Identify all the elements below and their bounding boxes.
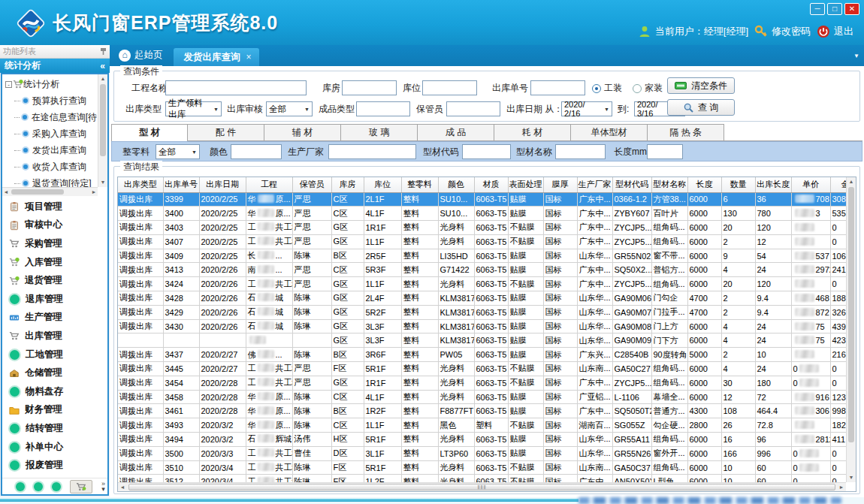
grid-horizontal-scrollbar[interactable]: ◄ ⦀⦀⦀ ►	[118, 482, 846, 491]
grid-column-header[interactable]: 库房	[331, 177, 364, 192]
grid-column-header[interactable]: 型材代码	[612, 177, 651, 192]
audit-select[interactable]: 全部▼	[266, 101, 313, 116]
tree-root-statistics[interactable]: - 统计分析	[4, 76, 97, 92]
table-row[interactable]: 调拨出库34282020/2/26石城陈琳G区2L4F整料KLM38176063…	[118, 291, 846, 306]
table-row[interactable]: G区3L3F整料KLM38176063-T5贴膜国标山东华...GA90M09.…	[118, 333, 846, 348]
grid-column-header[interactable]: 长度	[687, 177, 721, 192]
material-tab-5[interactable]: 成 品	[418, 124, 494, 140]
keeper-input[interactable]	[446, 101, 500, 116]
tree-item[interactable]: 预算执行查询	[4, 92, 97, 109]
manufacturer-input[interactable]	[328, 144, 416, 159]
tab-home[interactable]: ⌂ 起始页	[110, 49, 174, 66]
table-row[interactable]: 调拨出库34542020/2/28工共工程严思G区1R1F整料光身料6063-T…	[118, 376, 846, 390]
table-row[interactable]: 调拨出库34582020/2/28华原...陈琳C区4L1F整料光身料6063-…	[118, 390, 846, 404]
radio-gongzhuang[interactable]: 工装	[592, 82, 622, 95]
table-row[interactable]: 调拨出库34302020/2/26石城陈琳G区3L3F整料KLM38176063…	[118, 319, 846, 333]
material-tab-4[interactable]: 玻 璃	[341, 124, 418, 140]
scroll-down-arrow[interactable]: ▼	[847, 473, 856, 482]
sidebar-module-报废管理[interactable]: 报废管理	[2, 456, 107, 475]
sidebar-module-生产管理[interactable]: 生产管理	[2, 309, 107, 327]
table-row[interactable]: 调拨出库34612020/2/28华原...陈琳B区1R2F整料F8877FT6…	[118, 404, 846, 418]
table-row[interactable]: 调拨出库34242020/2/26工共工程严思G区1L1F整料光身料6063-T…	[118, 277, 846, 291]
tab-close-icon[interactable]: ×	[246, 52, 252, 62]
material-tab-3[interactable]: 辅 材	[264, 124, 341, 140]
date-from-picker[interactable]: 2020/ 2/16▼	[561, 101, 612, 116]
sidebar-module-审核中心[interactable]: 审核中心	[2, 216, 107, 235]
sidebar-module-财务管理[interactable]: 财务管理	[2, 401, 107, 420]
sidebar-module-仓储管理[interactable]: 仓储管理	[2, 364, 107, 382]
table-row[interactable]: 调拨出库35102020/3/4工共工程陈琳F区5R1F整料光身料6063-T5…	[118, 460, 846, 475]
tab-shipment-query[interactable]: 发货出库查询 ×	[174, 48, 259, 66]
overflow-chevron[interactable]: »▾	[101, 481, 105, 492]
material-tab-6[interactable]: 耗 材	[494, 124, 571, 140]
sidebar-module-结转管理[interactable]: 结转管理	[2, 419, 107, 438]
search-button[interactable]: 查 询	[667, 99, 735, 116]
grid-column-header[interactable]: 材质	[474, 177, 508, 192]
table-row[interactable]: 调拨出库34452020/2/27工共工程严思F区5R1F整料光身料6063-T…	[118, 362, 846, 376]
location-input[interactable]	[422, 80, 477, 95]
table-row[interactable]: 调拨出库34932020/3/2华原...陈琳C区1L1F整料黑色塑料不贴膜国标…	[118, 418, 846, 433]
module-dot-button[interactable]	[34, 482, 43, 491]
sidebar-module-出库管理[interactable]: 出库管理	[2, 327, 107, 346]
material-tab-8[interactable]: 隔 热 条	[648, 124, 724, 140]
tree-horizontal-scrollbar[interactable]: ◄ ►	[2, 187, 98, 196]
cart-quick-button[interactable]	[70, 480, 92, 493]
table-row[interactable]: 调拨出库34942020/3/2石辉城汤伟H区5R1F整料光身料6063-T5贴…	[118, 433, 846, 447]
grid-column-header[interactable]: 膜厚	[543, 177, 577, 192]
table-row[interactable]: 调拨出库35002020/3/3工共工程曹佳D区3L1F整料LT3P606063…	[118, 446, 846, 460]
table-row[interactable]: 调拨出库34002020/2/25华原...严思C区4L1F整料SU10...6…	[118, 207, 846, 221]
tree-item[interactable]: 收货入库查询	[4, 158, 97, 175]
grid-column-header[interactable]: 单价	[791, 177, 830, 192]
grid-column-header[interactable]: 出库单号	[163, 177, 199, 192]
sidebar-module-补单中心[interactable]: 补单中心	[2, 438, 107, 457]
whole-part-select[interactable]: 全部▼	[156, 144, 200, 159]
tree-item[interactable]: 发货出库查询	[4, 142, 97, 158]
profile-code-input[interactable]	[462, 144, 511, 159]
profile-name-input[interactable]	[555, 144, 606, 159]
scroll-left-arrow[interactable]: ◄	[118, 483, 127, 492]
scroll-down-arrow[interactable]: ▼	[98, 178, 107, 187]
minimize-button[interactable]: ─	[810, 3, 825, 15]
scroll-right-arrow[interactable]: ►	[837, 483, 846, 492]
module-dot-button[interactable]	[16, 482, 25, 491]
sidebar-module-物料盘存[interactable]: 物料盘存	[2, 382, 107, 401]
sidebar-module-项目管理[interactable]: 项目管理	[2, 198, 107, 216]
table-row[interactable]: 调拨出库34092020/2/25长...陈琳B区2R5F整料LI35HD606…	[118, 249, 846, 263]
order-no-input[interactable]	[530, 80, 585, 95]
table-row[interactable]: 调拨出库34032020/2/25工共工程严思G区1R1F整料光身料6063-T…	[118, 221, 846, 235]
tab-list-dropdown-icon[interactable]: ▼	[853, 53, 859, 59]
scroll-left-arrow[interactable]: ◄	[2, 188, 10, 196]
change-password-button[interactable]: 修改密码	[754, 25, 811, 38]
grid-column-header[interactable]: 保管员	[292, 177, 331, 192]
table-row[interactable]: 调拨出库33992020/2/25华原...严思C区2L1F整料SU10...6…	[118, 192, 846, 207]
pin-icon[interactable]	[100, 47, 107, 56]
product-type-input[interactable]	[356, 101, 410, 116]
grid-column-header[interactable]: 出库长度	[755, 177, 791, 192]
maximize-button[interactable]: □	[827, 3, 842, 15]
module-dot-button[interactable]	[52, 482, 61, 491]
tree-vertical-scrollbar[interactable]: ▲ ▼	[98, 74, 107, 187]
tree-item[interactable]: 在途信息查询[待	[4, 109, 97, 125]
logout-button[interactable]: 退出	[817, 25, 853, 38]
warehouse-input[interactable]	[342, 80, 397, 95]
material-tab-7[interactable]: 单体型材	[571, 124, 648, 140]
grid-vertical-scrollbar[interactable]: ▲ ▼	[846, 177, 856, 482]
grid-column-header[interactable]: 型材名称	[651, 177, 687, 192]
collapse-icon[interactable]: «	[100, 61, 105, 71]
statistics-section-header[interactable]: 统计分析 «	[0, 59, 110, 73]
material-tab-1[interactable]: 型 材	[111, 124, 188, 140]
radio-jiazhuang[interactable]: 家装	[633, 82, 663, 95]
length-input[interactable]	[647, 144, 683, 159]
grid-column-header[interactable]: 库位	[364, 177, 401, 192]
grid-column-header[interactable]: 出库类型	[118, 177, 163, 192]
grid-column-header[interactable]: 出库日期	[199, 177, 246, 192]
sidebar-module-采购管理[interactable]: 采购管理	[2, 234, 107, 253]
table-row[interactable]: 调拨出库34292020/2/26石城陈琳G区5R2F整料KLM38176063…	[118, 305, 846, 319]
grid-column-header[interactable]: 颜色	[438, 177, 474, 192]
color-input[interactable]	[231, 144, 282, 159]
project-name-input[interactable]	[165, 80, 307, 95]
grid-column-header[interactable]: 表面处理	[508, 177, 543, 192]
sidebar-module-退库管理[interactable]: 退库管理	[2, 290, 107, 309]
grid-column-header[interactable]: 金	[830, 177, 846, 192]
sidebar-module-退货管理[interactable]: 退货管理	[2, 271, 107, 290]
